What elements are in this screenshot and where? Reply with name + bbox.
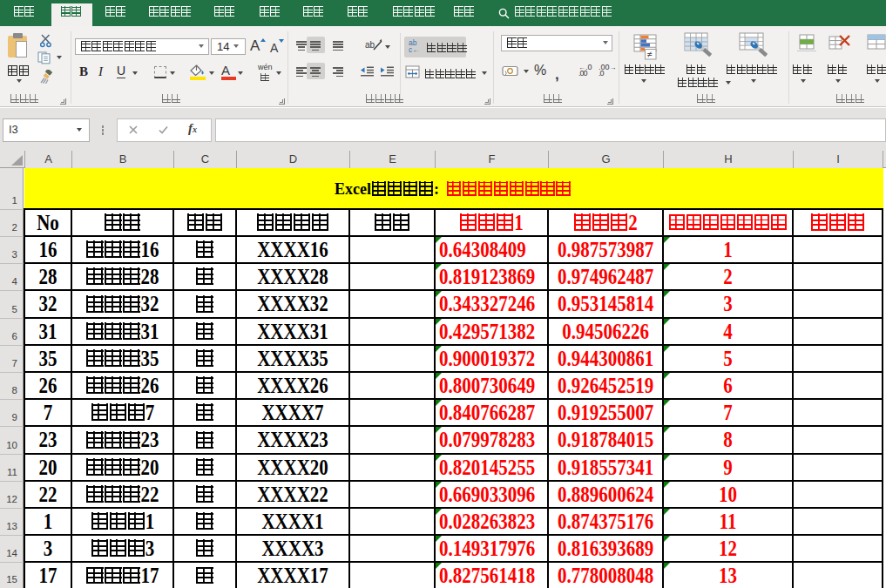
svg-text:≠: ≠ xyxy=(647,49,653,59)
